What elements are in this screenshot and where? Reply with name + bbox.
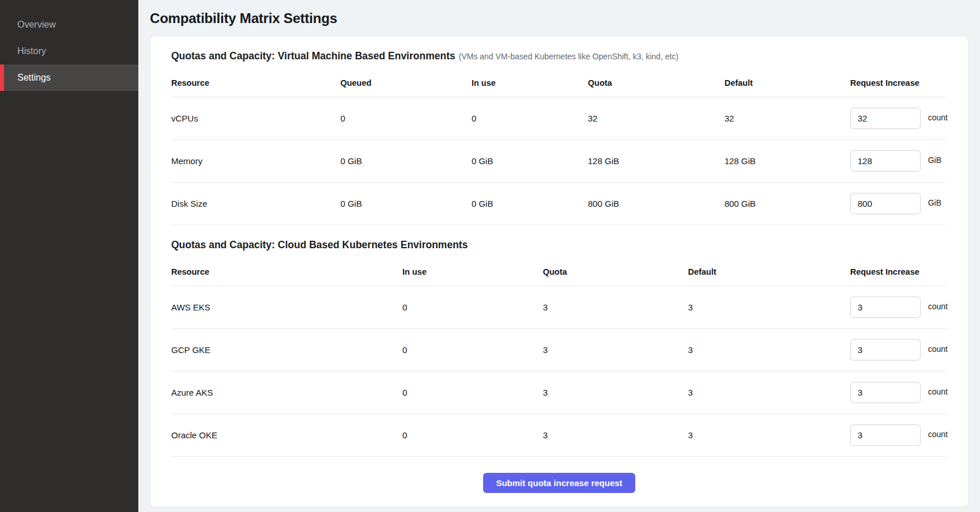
default-cell: 128 GiB: [725, 146, 850, 176]
resource-cell: vCPUs: [171, 103, 340, 134]
resource-cell: Azure AKS: [171, 377, 402, 408]
quota-cell: 3: [543, 335, 688, 365]
request-increase-input[interactable]: [850, 193, 921, 214]
quota-cell: 128 GiB: [588, 146, 725, 176]
unit-label: count: [928, 113, 948, 122]
request-increase-input[interactable]: [850, 339, 921, 361]
cloud-quota-table: Resource In use Quota Default Request In…: [171, 259, 947, 457]
request-increase-input[interactable]: [850, 108, 921, 129]
request-increase-cell: count: [850, 329, 948, 371]
quota-cell: 32: [588, 103, 725, 134]
request-increase-input[interactable]: [850, 382, 921, 403]
queued-cell: 0: [340, 103, 471, 134]
unit-label: count: [928, 387, 948, 396]
vm-table-header-row: Resource Queued In use Quota Default Req…: [171, 70, 947, 97]
request-increase-cell: count: [850, 97, 948, 139]
main-content: Compatibility Matrix Settings Quotas and…: [138, 0, 980, 512]
in-use-cell: 0: [402, 377, 543, 408]
queued-cell: 0 GiB: [340, 188, 471, 219]
quota-settings-card: Quotas and Capacity: Virtual Machine Bas…: [150, 36, 968, 507]
quota-cell: 3: [543, 377, 688, 408]
request-increase-cell: count: [850, 414, 948, 456]
request-increase-cell: count: [850, 371, 948, 414]
column-header: Quota: [543, 259, 688, 286]
column-header: In use: [472, 70, 588, 97]
sidebar-item-settings[interactable]: Settings: [0, 65, 138, 91]
default-cell: 3: [688, 292, 850, 323]
sidebar-item-history[interactable]: History: [0, 38, 138, 65]
button-row: Submit quota increase request: [171, 457, 947, 494]
in-use-cell: 0: [472, 103, 588, 134]
column-header: Resource: [171, 259, 402, 286]
column-header: In use: [402, 259, 543, 286]
page-title: Compatibility Matrix Settings: [150, 10, 968, 26]
default-cell: 3: [688, 377, 850, 408]
in-use-cell: 0 GiB: [472, 188, 588, 219]
column-header: Default: [688, 259, 850, 286]
in-use-cell: 0: [402, 335, 543, 365]
in-use-cell: 0: [402, 420, 543, 450]
unit-label: GiB: [928, 198, 941, 207]
vm-quota-table: Resource Queued In use Quota Default Req…: [171, 70, 947, 225]
unit-label: count: [928, 302, 948, 311]
cloud-table-header-row: Resource In use Quota Default Request In…: [171, 259, 947, 286]
in-use-cell: 0: [402, 292, 543, 323]
request-increase-input[interactable]: [850, 297, 921, 318]
request-increase-cell: GiB: [850, 183, 947, 225]
queued-cell: 0 GiB: [340, 146, 471, 176]
column-header: Request Increase: [850, 70, 947, 97]
resource-cell: Memory: [171, 146, 340, 176]
table-row: vCPUs 0 0 32 32 count: [171, 97, 947, 140]
vm-section-subtitle: (VMs and VM-based Kubernetes like OpenSh…: [459, 52, 679, 61]
table-row: Disk Size 0 GiB 0 GiB 800 GiB 800 GiB Gi…: [171, 183, 947, 225]
column-header: Quota: [588, 70, 725, 97]
request-increase-input[interactable]: [850, 150, 921, 172]
vm-section-title: Quotas and Capacity: Virtual Machine Bas…: [171, 50, 947, 62]
default-cell: 32: [725, 103, 850, 134]
request-increase-cell: count: [850, 286, 948, 328]
column-header: Default: [725, 70, 850, 97]
unit-label: count: [928, 344, 948, 354]
quota-cell: 800 GiB: [588, 188, 725, 219]
unit-label: count: [928, 430, 948, 439]
table-row: AWS EKS 0 3 3 count: [171, 286, 947, 329]
table-row: GCP GKE 0 3 3 count: [171, 329, 947, 371]
request-increase-input[interactable]: [850, 424, 921, 446]
column-header: Request Increase: [850, 259, 947, 286]
table-row: Azure AKS 0 3 3 count: [171, 371, 947, 414]
resource-cell: Oracle OKE: [171, 420, 402, 450]
resource-cell: AWS EKS: [171, 292, 402, 323]
table-row: Memory 0 GiB 0 GiB 128 GiB 128 GiB GiB: [171, 140, 947, 183]
unit-label: GiB: [928, 156, 941, 165]
column-header: Resource: [171, 70, 340, 97]
quota-cell: 3: [543, 292, 688, 323]
in-use-cell: 0 GiB: [472, 146, 588, 176]
vm-section-title-text: Quotas and Capacity: Virtual Machine Bas…: [171, 50, 455, 62]
cloud-section-title: Quotas and Capacity: Cloud Based Kuberne…: [171, 239, 947, 251]
sidebar-item-overview[interactable]: Overview: [0, 12, 138, 38]
quota-cell: 3: [543, 420, 688, 450]
default-cell: 3: [688, 335, 850, 365]
resource-cell: Disk Size: [171, 188, 340, 219]
submit-quota-increase-button[interactable]: Submit quota increase request: [483, 473, 635, 493]
request-increase-cell: GiB: [850, 140, 947, 182]
sidebar: Overview History Settings: [0, 0, 138, 512]
default-cell: 800 GiB: [725, 188, 850, 219]
table-row: Oracle OKE 0 3 3 count: [171, 414, 947, 457]
column-header: Queued: [340, 70, 471, 97]
default-cell: 3: [688, 420, 850, 450]
resource-cell: GCP GKE: [171, 335, 402, 365]
